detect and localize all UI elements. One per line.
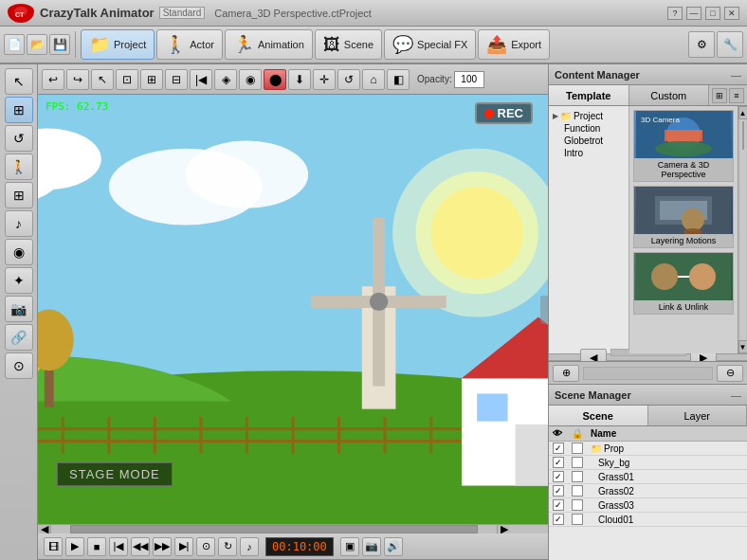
scroll-down-btn[interactable]: ▼ bbox=[738, 340, 748, 353]
rec-tl-btn[interactable]: ⊙ bbox=[196, 537, 215, 556]
home-tool[interactable]: ⌂ bbox=[362, 69, 385, 90]
prev-frame[interactable]: |◀ bbox=[190, 69, 212, 90]
sidebar-grid-tool[interactable]: ⊞ bbox=[5, 182, 33, 208]
scene-tab-layer[interactable]: Layer bbox=[648, 406, 748, 425]
opacity-input[interactable] bbox=[454, 71, 484, 88]
tree-item-project[interactable]: ▶ 📁 Project bbox=[551, 110, 627, 122]
scene-row-grass01[interactable]: ✓ Grass01 bbox=[549, 470, 747, 484]
thumbnail-area: 3D Camera Camera & 3D Perspective bbox=[629, 106, 738, 353]
eye-check-skybg[interactable]: ✓ bbox=[553, 457, 564, 468]
transform-tool[interactable]: ⊡ bbox=[116, 69, 138, 90]
play-btn[interactable]: ▶ bbox=[65, 537, 84, 556]
tool-c[interactable]: ◈ bbox=[214, 69, 237, 90]
tab-animation[interactable]: 🏃 Animation bbox=[225, 29, 313, 60]
eye-check-grass01[interactable]: ✓ bbox=[553, 471, 564, 482]
thumb-layering[interactable]: Layering Motions bbox=[633, 186, 734, 248]
audio-btn[interactable]: 🔊 bbox=[384, 537, 403, 556]
scene-row-prop[interactable]: ✓ 📁 Prop bbox=[549, 442, 747, 456]
keyframe-btn[interactable]: ▣ bbox=[340, 537, 359, 556]
tab-export[interactable]: 📤 Export bbox=[478, 29, 550, 60]
eye-check-prop[interactable]: ✓ bbox=[553, 443, 564, 454]
close-button[interactable]: ✕ bbox=[724, 7, 739, 20]
tool-d[interactable]: ◉ bbox=[239, 69, 262, 90]
lock-check-grass03[interactable] bbox=[572, 499, 583, 511]
record-btn[interactable]: ⬤ bbox=[264, 69, 286, 90]
canvas[interactable]: FPS: 62.73 REC STAGE MODE bbox=[38, 95, 548, 524]
lock-check-prop[interactable] bbox=[572, 443, 583, 454]
scene-row-cloud01[interactable]: ✓ Cloud01 bbox=[549, 513, 747, 527]
tool-e[interactable]: ⬇ bbox=[288, 69, 311, 90]
panel-delete-btn[interactable]: ⊖ bbox=[717, 365, 743, 382]
settings-button[interactable]: ⚙ bbox=[688, 31, 715, 58]
options-button[interactable]: 🔧 bbox=[717, 31, 743, 58]
sidebar-move-tool[interactable]: ⊞ bbox=[5, 97, 33, 123]
panel-add-btn[interactable]: ⊕ bbox=[553, 365, 579, 382]
tool-b[interactable]: ⊟ bbox=[165, 69, 188, 90]
prev-btn[interactable]: |◀ bbox=[109, 537, 128, 556]
scroll-thumb[interactable] bbox=[742, 121, 744, 150]
tab-scene[interactable]: 🖼 Scene bbox=[315, 29, 382, 60]
loop-btn[interactable]: ↻ bbox=[218, 537, 237, 556]
new-file-button[interactable]: 📄 bbox=[4, 34, 25, 55]
prop-label: Prop bbox=[604, 443, 624, 454]
thumb-link[interactable]: Link & Unlink bbox=[633, 252, 734, 315]
tab-special-fx[interactable]: 💬 Special FX bbox=[384, 29, 476, 60]
scene-row-grass02[interactable]: ✓ Grass02 bbox=[549, 484, 747, 498]
tool-a[interactable]: ⊞ bbox=[140, 69, 163, 90]
hscroll-left-btn[interactable]: ◀ bbox=[38, 525, 51, 533]
fwd-btn[interactable]: ▶▶ bbox=[153, 537, 172, 556]
eye-check-grass03[interactable]: ✓ bbox=[553, 499, 564, 511]
sidebar-extra-tool[interactable]: ⊙ bbox=[5, 352, 33, 379]
camera-tl-btn[interactable]: 📷 bbox=[362, 537, 381, 556]
orbit-tool[interactable]: ↺ bbox=[337, 69, 360, 90]
scene-tab-scene[interactable]: Scene bbox=[549, 406, 648, 425]
save-file-button[interactable]: 💾 bbox=[49, 34, 70, 55]
select-tool[interactable]: ↖ bbox=[91, 69, 114, 90]
music-btn[interactable]: ♪ bbox=[240, 537, 259, 556]
lock-check-skybg[interactable] bbox=[572, 457, 583, 468]
panel-icon-a[interactable]: ⊞ bbox=[712, 88, 727, 103]
horizontal-scrollbar[interactable]: ◀ ▶ bbox=[38, 524, 548, 533]
sidebar-select-tool[interactable]: ↖ bbox=[5, 68, 33, 95]
help-button[interactable]: ? bbox=[667, 7, 683, 20]
minimize-button[interactable]: — bbox=[686, 7, 701, 20]
sidebar-fx-tool[interactable]: ✦ bbox=[5, 267, 33, 294]
panel-icon-b[interactable]: ≡ bbox=[729, 88, 744, 103]
lock-check-grass01[interactable] bbox=[572, 471, 583, 482]
open-file-button[interactable]: 📂 bbox=[27, 34, 47, 55]
scene-row-sky-bg[interactable]: ✓ Sky_bg bbox=[549, 456, 747, 470]
move-tool[interactable]: ✛ bbox=[313, 69, 336, 90]
tree-item-intro[interactable]: Intro bbox=[562, 147, 627, 159]
tab-template[interactable]: Template bbox=[549, 85, 629, 105]
tab-actor[interactable]: 🚶 Actor bbox=[156, 29, 223, 60]
eye-check-grass02[interactable]: ✓ bbox=[553, 485, 564, 497]
sidebar-rotate-tool[interactable]: ↺ bbox=[5, 125, 33, 152]
content-manager-collapse[interactable]: — bbox=[731, 69, 741, 81]
maximize-button[interactable]: □ bbox=[705, 7, 720, 20]
scene-row-grass03[interactable]: ✓ Grass03 bbox=[549, 498, 747, 513]
sidebar-music-tool[interactable]: ♪ bbox=[5, 210, 33, 237]
scroll-up-btn[interactable]: ▲ bbox=[738, 106, 748, 119]
eye-check-cloud01[interactable]: ✓ bbox=[553, 514, 564, 525]
undo-button[interactable]: ↩ bbox=[42, 69, 64, 90]
sidebar-eye-tool[interactable]: ◉ bbox=[5, 239, 33, 265]
next-btn[interactable]: ▶| bbox=[174, 537, 193, 556]
tab-custom[interactable]: Custom bbox=[629, 85, 710, 105]
lock-check-grass02[interactable] bbox=[572, 485, 583, 497]
hscroll-thumb[interactable] bbox=[70, 525, 478, 533]
rew-btn[interactable]: ◀◀ bbox=[131, 537, 150, 556]
sidebar-camera-tool[interactable]: 📷 bbox=[5, 296, 33, 322]
sidebar-actor-tool[interactable]: 🚶 bbox=[5, 154, 33, 180]
sidebar-link-tool[interactable]: 🔗 bbox=[5, 324, 33, 351]
stop-btn[interactable]: ■ bbox=[87, 537, 106, 556]
hscroll-right-btn[interactable]: ▶ bbox=[497, 525, 510, 533]
lock-check-cloud01[interactable] bbox=[572, 514, 583, 525]
thumb-camera-3d[interactable]: 3D Camera Camera & 3D Perspective bbox=[633, 110, 734, 182]
scene-manager-collapse[interactable]: — bbox=[731, 389, 741, 401]
tab-project[interactable]: 📁 Project bbox=[81, 29, 155, 60]
tree-item-function[interactable]: Function bbox=[562, 122, 627, 135]
film-btn[interactable]: 🎞 bbox=[44, 537, 63, 556]
tool-f[interactable]: ◧ bbox=[387, 69, 410, 90]
redo-button[interactable]: ↪ bbox=[66, 69, 89, 90]
tree-item-globetrot[interactable]: Globetrot bbox=[562, 135, 627, 147]
